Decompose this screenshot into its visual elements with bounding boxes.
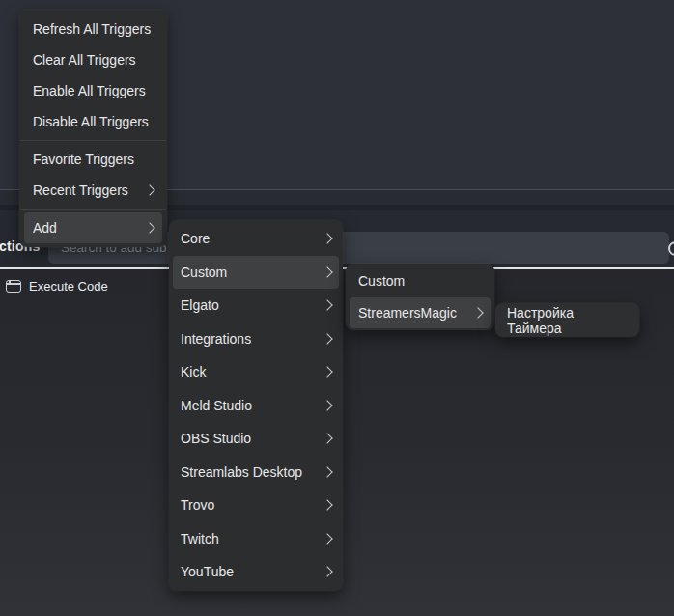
chevron-right-icon bbox=[322, 533, 332, 544]
menu-item-streamersmagic[interactable]: StreamersMagic bbox=[350, 297, 491, 329]
menu-item-label: Kick bbox=[181, 364, 206, 379]
menu-item-core[interactable]: Core bbox=[169, 222, 343, 256]
menu-item-obs-studio[interactable]: OBS Studio bbox=[169, 422, 343, 456]
menu-item-custom-trigger[interactable]: Custom bbox=[346, 266, 494, 297]
list-item-label: Execute Code bbox=[29, 279, 108, 294]
menu-item-label: Integrations bbox=[181, 331, 251, 347]
menu-item-label: Trovo bbox=[181, 497, 214, 513]
menu-item-label: Refresh All Triggers bbox=[33, 21, 151, 37]
chevron-right-icon bbox=[322, 367, 332, 378]
menu-item-refresh-all-triggers[interactable]: Refresh All Triggers bbox=[19, 14, 167, 44]
menu-item-label: Add bbox=[33, 220, 57, 236]
chevron-right-icon bbox=[322, 333, 332, 344]
menu-item-custom[interactable]: Custom bbox=[173, 256, 339, 290]
menu-item-label: Twitch bbox=[181, 531, 219, 546]
menu-item-label: Clear All Triggers bbox=[33, 52, 136, 68]
chevron-right-icon bbox=[322, 434, 332, 444]
chevron-right-icon bbox=[144, 222, 154, 233]
streamersmagic-submenu: Настройка Таймера bbox=[495, 303, 639, 337]
menu-item-label: OBS Studio bbox=[181, 431, 251, 446]
menu-item-label: Custom bbox=[181, 265, 227, 280]
menu-item-label: StreamersMagic bbox=[358, 305, 457, 321]
menu-item-label: Core bbox=[181, 231, 210, 246]
menu-item-meld-studio[interactable]: Meld Studio bbox=[169, 389, 343, 423]
menu-item-integrations[interactable]: Integrations bbox=[169, 322, 343, 356]
menu-item-label: Favorite Triggers bbox=[33, 152, 134, 167]
menu-separator bbox=[20, 209, 166, 210]
menu-item-label: Custom bbox=[358, 273, 405, 289]
menu-item-label: Meld Studio bbox=[181, 398, 252, 413]
menu-item-elgato[interactable]: Elgato bbox=[169, 289, 343, 322]
chevron-right-icon bbox=[322, 400, 332, 410]
menu-item-label: Elgato bbox=[181, 297, 219, 313]
menu-item-favorite-triggers[interactable]: Favorite Triggers bbox=[19, 144, 167, 175]
menu-item-label: YouTube bbox=[181, 564, 234, 579]
menu-item-label: Recent Triggers bbox=[33, 182, 128, 198]
menu-separator bbox=[20, 140, 166, 141]
menu-item-timer-setup[interactable]: Настройка Таймера bbox=[495, 303, 639, 337]
menu-item-twitch[interactable]: Twitch bbox=[169, 522, 343, 556]
chevron-right-icon bbox=[322, 234, 332, 244]
menu-item-youtube[interactable]: YouTube bbox=[169, 555, 343, 589]
custom-submenu: Custom StreamersMagic bbox=[346, 264, 494, 330]
chevron-right-icon bbox=[322, 300, 332, 311]
menu-item-clear-all-triggers[interactable]: Clear All Triggers bbox=[19, 44, 167, 75]
menu-item-label: Streamlabs Desktop bbox=[181, 464, 302, 480]
menu-item-label: Enable All Triggers bbox=[33, 83, 146, 98]
chevron-right-icon bbox=[322, 500, 332, 511]
chevron-right-icon bbox=[322, 466, 332, 477]
triggers-context-menu: Refresh All Triggers Clear All Triggers … bbox=[19, 10, 167, 247]
menu-item-streamlabs-desktop[interactable]: Streamlabs Desktop bbox=[169, 456, 343, 490]
menu-item-add[interactable]: Add bbox=[24, 212, 162, 243]
chevron-right-icon bbox=[322, 567, 332, 577]
menu-item-enable-all-triggers[interactable]: Enable All Triggers bbox=[19, 75, 167, 106]
menu-item-label: Настройка Таймера bbox=[507, 305, 628, 336]
menu-item-trovo[interactable]: Trovo bbox=[169, 489, 343, 522]
code-window-icon bbox=[6, 280, 21, 293]
menu-item-disable-all-triggers[interactable]: Disable All Triggers bbox=[19, 106, 167, 137]
menu-item-label: Disable All Triggers bbox=[33, 114, 149, 129]
chevron-right-icon bbox=[472, 307, 483, 318]
menu-item-recent-triggers[interactable]: Recent Triggers bbox=[19, 175, 167, 206]
menu-item-kick[interactable]: Kick bbox=[169, 355, 343, 389]
chevron-right-icon bbox=[144, 184, 154, 195]
chevron-right-icon bbox=[322, 266, 332, 277]
add-submenu: Core Custom Elgato Integrations Kick Mel… bbox=[169, 220, 343, 591]
app-window: ctions Execute Code Refresh All Triggers… bbox=[0, 0, 674, 616]
